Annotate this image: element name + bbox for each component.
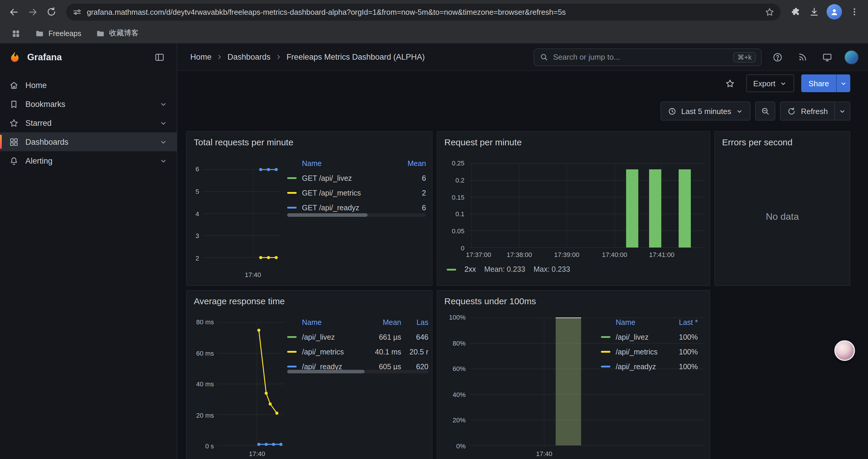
- sidebar-item-dashboards[interactable]: Dashboards: [0, 132, 177, 151]
- user-avatar[interactable]: [844, 50, 859, 64]
- sidebar-header: Grafana: [0, 44, 177, 71]
- refresh-label: Refresh: [801, 107, 828, 116]
- y-tick: 0.25: [452, 160, 464, 167]
- series-mean: 6: [395, 174, 426, 182]
- series-color-dash: [601, 351, 610, 353]
- site-settings-icon[interactable]: [72, 7, 82, 17]
- favorite-star-icon[interactable]: [721, 74, 739, 92]
- display-icon[interactable]: [818, 48, 836, 66]
- time-controls: Last 5 minutes Refresh: [660, 102, 850, 121]
- browser-profile-avatar[interactable]: [827, 4, 842, 20]
- y-tick: 80%: [453, 339, 466, 347]
- assistant-avatar[interactable]: [834, 340, 855, 361]
- series-name: GET /api/_metrics: [302, 189, 395, 197]
- y-tick: 60%: [453, 365, 466, 372]
- series-name: /api/_livez: [616, 333, 668, 341]
- legend-scrollbar[interactable]: [287, 370, 428, 373]
- panel-request-per-minute[interactable]: Request per minute 0.25 0.2 0.15 0.1 0.0…: [437, 131, 710, 286]
- series-last: 100%: [668, 333, 698, 341]
- panel-title[interactable]: Request per minute: [444, 137, 522, 147]
- search-placeholder: Search or jump to...: [553, 53, 728, 61]
- legend-col-name[interactable]: Name: [616, 319, 668, 327]
- share-dropdown-button[interactable]: [836, 74, 850, 92]
- chevron-down-icon[interactable]: [159, 156, 168, 165]
- back-button[interactable]: [5, 3, 23, 21]
- legend-table: Name Last * /api/_livez 100% /api/_metri…: [601, 316, 698, 374]
- time-range-label: Last 5 minutes: [681, 107, 731, 116]
- panel-title[interactable]: Errors per second: [722, 137, 793, 147]
- series-name: /api/_readyz: [616, 362, 668, 371]
- sidebar-item-starred[interactable]: Starred: [0, 113, 177, 132]
- home-icon: [9, 80, 19, 90]
- downloads-icon[interactable]: [805, 3, 823, 21]
- time-range-picker[interactable]: Last 5 minutes: [660, 102, 751, 121]
- sidebar-item-alerting[interactable]: Alerting: [0, 151, 177, 170]
- bookmark-folder-freeleaps[interactable]: Freeleaps: [31, 27, 85, 40]
- breadcrumb-dashboards[interactable]: Dashboards: [227, 53, 271, 61]
- breadcrumb-home[interactable]: Home: [190, 53, 212, 61]
- bookmark-star-icon[interactable]: [765, 7, 775, 17]
- share-button[interactable]: Share: [802, 74, 836, 92]
- dock-menu-icon[interactable]: [151, 48, 168, 66]
- bookmark-folder-blog[interactable]: 收藏博客: [91, 27, 143, 40]
- legend-row[interactable]: /api/_readyz 100%: [601, 359, 698, 374]
- y-axis: 6 5 4 3 2: [187, 165, 199, 262]
- export-label: Export: [753, 79, 775, 88]
- legend-row[interactable]: /api/_metrics 40.1 ms 20.5 r: [287, 345, 428, 359]
- panel-requests-under-100ms[interactable]: Requests under 100ms 100% 80% 60% 40% 20…: [437, 290, 710, 459]
- legend-row[interactable]: /api/_livez 661 µs 646: [287, 330, 428, 345]
- refresh-button[interactable]: Refresh: [780, 102, 835, 121]
- refresh-button-group: Refresh: [780, 102, 850, 121]
- chevron-down-icon[interactable]: [159, 119, 168, 127]
- legend-scrollbar[interactable]: [287, 213, 426, 217]
- legend-col-name[interactable]: Name: [302, 319, 365, 327]
- request-per-minute-chart: [469, 164, 704, 248]
- legend-row[interactable]: GET /api/_metrics 2: [287, 186, 426, 200]
- extensions-icon[interactable]: [786, 3, 804, 21]
- panel-errors-per-second[interactable]: Errors per second No data: [714, 131, 850, 286]
- y-tick: 60 ms: [196, 350, 214, 357]
- screen: grafana.mathmast.com/d/deytv4rwavabkb/fr…: [0, 0, 868, 459]
- series-color-dash: [287, 336, 297, 338]
- series-last: 646: [401, 333, 428, 341]
- panel-total-requests[interactable]: Total requests per minute 6 5 4 3 2 17:4…: [186, 131, 433, 286]
- legend-col-name[interactable]: Name: [302, 160, 395, 168]
- legend-col-last[interactable]: Last *: [668, 319, 698, 327]
- legend-row[interactable]: GET /api/_readyz 6: [287, 200, 426, 215]
- legend-row[interactable]: /api/_livez 100%: [601, 330, 698, 345]
- export-button[interactable]: Export: [746, 74, 794, 92]
- top-navbar: Home Dashboards Freeleaps Metrics Dashbo…: [177, 44, 868, 71]
- news-rss-icon[interactable]: [794, 48, 811, 66]
- series-name[interactable]: 2xx: [464, 265, 476, 273]
- x-tick: 17:39:00: [554, 251, 579, 258]
- zoom-out-button[interactable]: [755, 102, 776, 121]
- grafana-logo[interactable]: [8, 51, 21, 64]
- panel-title[interactable]: Requests under 100ms: [444, 296, 536, 306]
- sidebar-item-home[interactable]: Home: [0, 76, 177, 95]
- series-color-dash: [447, 268, 456, 270]
- address-bar[interactable]: grafana.mathmast.com/d/deytv4rwavabkb/fr…: [66, 3, 780, 21]
- apps-grid-icon[interactable]: [7, 27, 25, 40]
- sidebar-item-label: Bookmarks: [25, 100, 65, 108]
- legend-row[interactable]: GET /api/_livez 6: [287, 171, 426, 186]
- search-input[interactable]: Search or jump to... ⌘+k: [533, 48, 762, 66]
- chevron-down-icon[interactable]: [159, 100, 168, 108]
- star-icon: [9, 118, 19, 128]
- browser-menu-icon[interactable]: [845, 3, 863, 21]
- legend-col-last[interactable]: Las: [401, 319, 428, 327]
- series-name: GET /api/_readyz: [302, 203, 395, 212]
- sidebar-item-bookmarks[interactable]: Bookmarks: [0, 95, 177, 113]
- y-tick: 3: [195, 232, 199, 239]
- panel-title[interactable]: Total requests per minute: [194, 137, 293, 147]
- chevron-down-icon[interactable]: [159, 137, 168, 146]
- legend-col-mean[interactable]: Mean: [395, 160, 426, 168]
- help-icon[interactable]: [769, 48, 786, 66]
- legend-col-mean[interactable]: Mean: [365, 319, 401, 327]
- panel-average-response-time[interactable]: Average response time 80 ms 60 ms 40 ms …: [186, 290, 433, 459]
- refresh-interval-dropdown[interactable]: [835, 102, 850, 121]
- reload-button[interactable]: [42, 3, 60, 21]
- panel-title[interactable]: Average response time: [194, 296, 285, 306]
- forward-button[interactable]: [24, 3, 41, 21]
- url-text[interactable]: grafana.mathmast.com/d/deytv4rwavabkb/fr…: [87, 7, 760, 16]
- legend-row[interactable]: /api/_metrics 100%: [601, 345, 698, 359]
